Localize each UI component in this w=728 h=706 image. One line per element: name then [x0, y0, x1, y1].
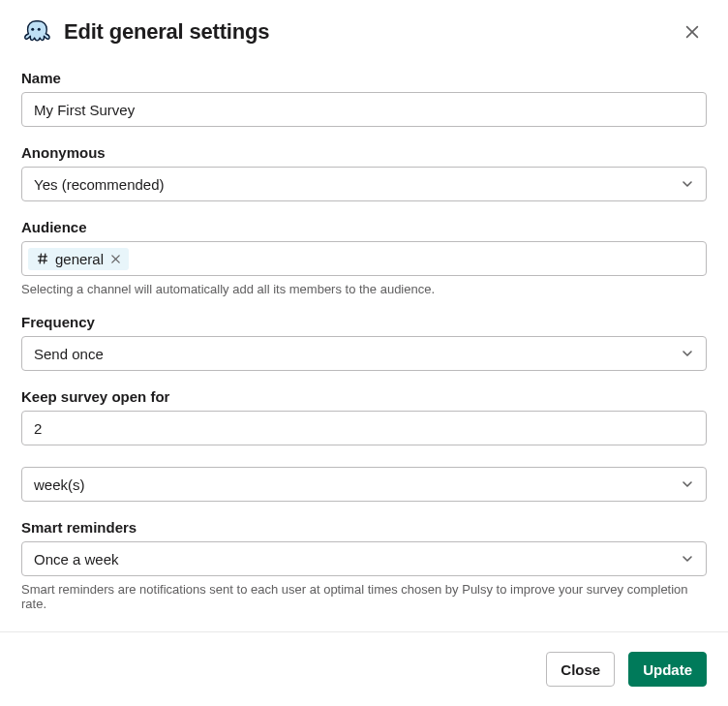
anonymous-select[interactable]: Yes (recommended)	[21, 167, 707, 201]
audience-label: Audience	[21, 219, 707, 235]
modal-header: Edit general settings	[21, 17, 707, 46]
close-icon	[683, 23, 701, 41]
title-wrap: Edit general settings	[21, 17, 269, 46]
name-input[interactable]	[21, 92, 707, 127]
close-button[interactable]: Close	[546, 652, 615, 687]
smart-reminders-label: Smart reminders	[21, 519, 707, 536]
keep-open-label: Keep survey open for	[21, 388, 707, 405]
edit-settings-modal: Edit general settings Name Anonymous Yes…	[0, 0, 728, 706]
field-frequency: Frequency Send once	[21, 314, 707, 371]
anonymous-select-value: Yes (recommended)	[34, 176, 165, 193]
audience-helper: Selecting a channel will automatically a…	[21, 282, 707, 296]
field-anonymous: Anonymous Yes (recommended)	[21, 144, 707, 201]
keep-open-unit-value: week(s)	[34, 476, 85, 493]
close-icon	[110, 254, 121, 264]
svg-point-1	[38, 28, 41, 31]
audience-chip-remove[interactable]	[107, 251, 123, 266]
hash-icon	[36, 252, 49, 265]
anonymous-label: Anonymous	[21, 144, 707, 161]
frequency-select-value: Send once	[34, 346, 104, 362]
field-name: Name	[21, 70, 707, 127]
smart-reminders-helper: Smart reminders are notifications sent t…	[21, 582, 707, 611]
keep-open-input[interactable]	[21, 411, 707, 445]
keep-open-unit-select[interactable]: week(s)	[21, 467, 707, 502]
frequency-label: Frequency	[21, 314, 707, 330]
frequency-select[interactable]: Send once	[21, 336, 707, 371]
audience-chip-text: general	[55, 251, 104, 267]
field-smart-reminders: Smart reminders Once a week Smart remind…	[21, 519, 707, 611]
field-keep-open-unit: week(s)	[21, 467, 707, 502]
audience-chip: general	[28, 248, 129, 270]
smart-reminders-select[interactable]: Once a week	[21, 541, 707, 576]
modal-body: Edit general settings Name Anonymous Yes…	[0, 0, 728, 631]
update-button[interactable]: Update	[628, 652, 707, 687]
svg-point-0	[31, 28, 34, 31]
field-keep-open: Keep survey open for	[21, 388, 707, 445]
audience-multiselect[interactable]: general	[21, 241, 707, 276]
smart-reminders-value: Once a week	[34, 551, 119, 568]
close-icon-button[interactable]	[678, 17, 707, 46]
name-label: Name	[21, 70, 707, 86]
field-audience: Audience general Selecting a channel wil…	[21, 219, 707, 296]
octopus-icon	[21, 17, 50, 46]
modal-title: Edit general settings	[64, 19, 269, 45]
modal-footer: Close Update	[0, 631, 728, 706]
